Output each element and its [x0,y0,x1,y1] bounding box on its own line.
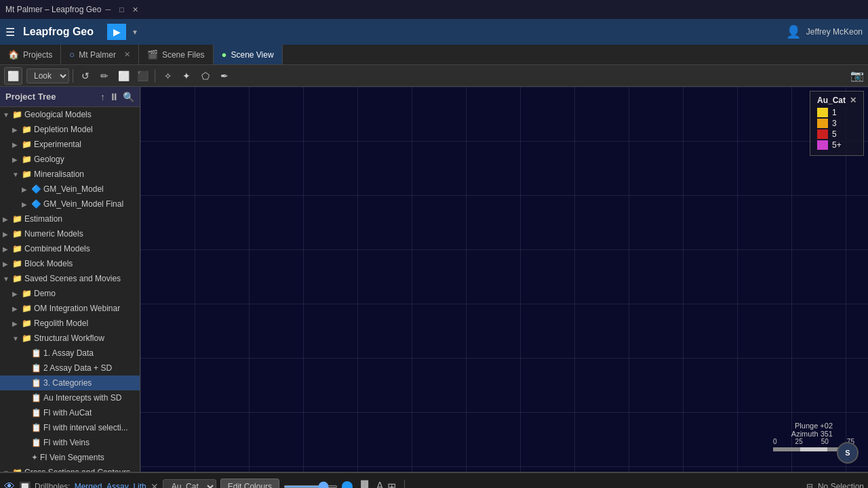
attribute-select[interactable]: Au_Cat [163,479,216,488]
toggle-demo[interactable]: ▶ [12,290,22,298]
tab-projects[interactable]: 🏠 Projects [0,45,61,64]
toggle-estimation[interactable]: ▶ [3,216,12,223]
tree-up-icon[interactable]: ↑ [100,92,105,102]
toggle-saved-scenes[interactable]: ▼ [3,275,12,283]
polygon-tool[interactable]: ✦ [178,67,195,85]
viewport[interactable]: Au_Cat ✕ 1 3 5 5+ Plunge +02 Azim [140,87,868,472]
look-select[interactable]: Look Front Top Side [26,68,69,83]
legend-item-5: 5 [817,129,856,139]
fi-veins-icon: 📋 [31,438,41,447]
tree-item-experimental[interactable]: ▶ 📁 Experimental [0,137,140,152]
tree-item-om-integration[interactable]: ▶ 📁 OM Integration Webinar [0,301,140,316]
scene-view-icon: ● [222,49,227,60]
structural-folder-icon: 📁 [22,333,32,343]
legend-close-button[interactable]: ✕ [850,96,856,105]
fi-interval-label: FI with interval selecti... [43,423,128,432]
rotate-tool[interactable]: ↺ [77,67,94,85]
tree-item-structural[interactable]: ▼ 📁 Structural Workflow [0,331,140,346]
legend-swatch-5 [817,129,828,139]
visibility-toggle[interactable]: 👁 [4,481,15,488]
toggle-om-integration[interactable]: ▶ [12,305,22,312]
annotate-tool[interactable]: ✒ [216,67,233,85]
depletion-label: Depletion Model [34,125,93,134]
text-icon[interactable]: A [376,481,384,488]
tree-item-mineralisation[interactable]: ▼ 📁 Mineralisation [0,167,140,182]
tree-item-gm-vein[interactable]: ▶ 🔷 GM_Vein_Model [0,182,140,197]
drillhole-name[interactable]: Merged_Assay_Lith [75,482,146,488]
tab-projects-label: Projects [23,50,52,60]
tab-mt-palmer-close[interactable]: ✕ [124,50,130,59]
tree-item-regolith[interactable]: ▶ 📁 Regolith Model [0,316,140,331]
estimation-folder-icon: 📁 [12,214,22,224]
toggle-combined-models[interactable]: ▶ [3,245,12,253]
draw-tool[interactable]: ✏ [96,67,113,85]
tree-item-block-models[interactable]: ▶ 📁 Block Models [0,256,140,271]
toggle-numeric-models[interactable]: ▶ [3,230,12,238]
legend-swatch-3 [817,119,828,128]
lasso-tool[interactable]: ⟡ [159,67,176,85]
tree-item-au-intercepts[interactable]: ▶ 📋 Au Intercepts with SD [0,390,140,405]
menu-icon[interactable]: ☰ [5,26,15,39]
tree-item-assay-data[interactable]: ▶ 📋 1. Assay Data [0,346,140,361]
app-header: ☰ Leapfrog Geo ▶ ▼ 👤 Jeffrey McKeon [0,19,868,45]
select-tool[interactable]: ⬛ [134,67,151,85]
minimize-button[interactable]: ─ [101,3,115,16]
opacity-slider[interactable] [283,485,338,488]
toggle-block-models[interactable]: ▶ [3,260,12,268]
tree-item-saved-scenes[interactable]: ▼ 📁 Saved Scenes and Movies [0,271,140,286]
play-dropdown[interactable]: ▼ [132,28,138,36]
drillhole-close[interactable]: ✕ [151,481,159,488]
tree-item-estimation[interactable]: ▶ 📁 Estimation [0,211,140,226]
toggle-mineralisation[interactable]: ▼ [12,171,22,178]
project-tree-header: Project Tree ↑ ⏸ 🔍 [0,87,140,107]
fi-vein-seg-icon: ✦ [31,453,38,462]
edit-colours-button[interactable]: Edit Colours [220,479,279,488]
toggle-regolith[interactable]: ▶ [12,320,22,327]
close-button[interactable]: ✕ [128,3,142,16]
geo-models-label: Geological Models [24,110,92,119]
tree-item-combined-models[interactable]: ▶ 📁 Combined Models [0,241,140,256]
toggle-experimental[interactable]: ▶ [12,141,22,148]
tree-item-fi-aucat[interactable]: ▶ 📋 FI with AuCat [0,405,140,420]
toggle-depletion[interactable]: ▶ [12,126,22,134]
bottom-sep [404,480,405,488]
tree-item-categories[interactable]: ▶ 📋 3. Categories [0,375,140,390]
legend-item-5plus: 5+ [817,140,856,150]
regolith-folder-icon: 📁 [22,319,32,328]
tab-scene-files[interactable]: 🎬 Scene Files [139,45,214,64]
legend-item-1: 1 [817,108,856,117]
toggle-gm-vein[interactable]: ▶ [22,186,31,193]
tree-item-demo[interactable]: ▶ 📁 Demo [0,286,140,301]
toggle-gm-vein-final[interactable]: ▶ [22,201,31,208]
tree-item-cross-sections[interactable]: ▼ 📁 Cross Sections and Contours [0,465,140,472]
grid-icon[interactable]: ⊞ [387,481,396,489]
tree-search-icon[interactable]: 🔍 [123,92,134,102]
toggle-cross-sections[interactable]: ▼ [3,469,12,472]
toggle-geology[interactable]: ▶ [12,156,22,163]
select-box-tool[interactable]: ⬜ [115,67,132,85]
camera-icon[interactable]: 📷 [850,69,864,82]
tree-item-depletion[interactable]: ▶ 📁 Depletion Model [0,122,140,137]
tree-item-fi-vein-segments[interactable]: ▶ ✦ FI Vein Segments [0,450,140,465]
tree-item-geo-models[interactable]: ▼ 📁 Geological Models [0,107,140,122]
measure-tool[interactable]: ⬠ [197,67,214,85]
tree-item-fi-veins[interactable]: ▶ 📋 FI with Veins [0,435,140,450]
tree-pause-icon[interactable]: ⏸ [109,92,119,102]
saved-scenes-label: Saved Scenes and Movies [24,274,121,283]
tree-item-gm-vein-final[interactable]: ▶ 🔷 GM_Vein_Model Final [0,197,140,211]
legend-swatch-5plus [817,140,828,150]
main-area: Project Tree ↑ ⏸ 🔍 ▼ 📁 Geological Models… [0,87,868,472]
legend-label-5: 5 [832,129,837,139]
toggle-geo-models[interactable]: ▼ [3,111,12,119]
tree-item-assay-sd[interactable]: ▶ 📋 2 Assay Data + SD [0,361,140,375]
tree-item-numeric-models[interactable]: ▶ 📁 Numeric Models [0,226,140,241]
maximize-button[interactable]: □ [115,3,128,16]
play-button[interactable]: ▶ [107,24,126,40]
geo-models-folder-icon: 📁 [12,110,22,119]
toggle-structural[interactable]: ▼ [12,335,22,342]
tree-item-fi-interval[interactable]: ▶ 📋 FI with interval selecti... [0,420,140,435]
tab-mt-palmer[interactable]: ○ Mt Palmer ✕ [61,45,139,64]
histogram-icon[interactable]: ▐▌ [357,481,372,488]
tab-scene-view[interactable]: ● Scene View [214,45,283,64]
tree-item-geology[interactable]: ▶ 📁 Geology [0,152,140,167]
